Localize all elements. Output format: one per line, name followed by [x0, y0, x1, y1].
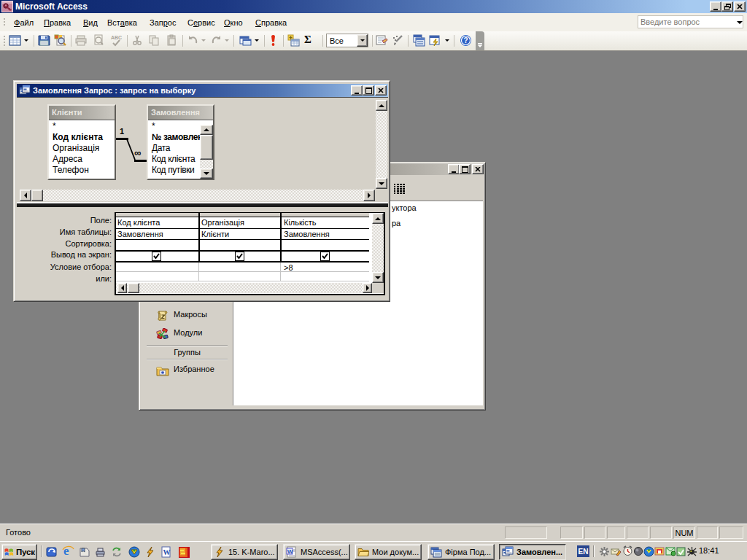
svg-text:W: W: [163, 548, 171, 556]
svg-text:?: ?: [464, 36, 468, 44]
svg-text:ABC: ABC: [111, 35, 122, 40]
svg-text:W: W: [287, 548, 293, 555]
